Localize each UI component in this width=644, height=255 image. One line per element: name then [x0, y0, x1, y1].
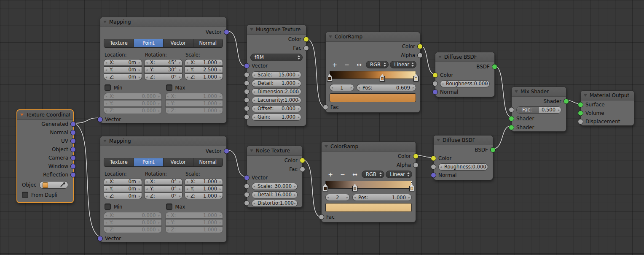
- socket-vector-out[interactable]: [224, 29, 229, 35]
- socket-vector-in[interactable]: [244, 175, 250, 181]
- node-header[interactable]: Texture Coordinate: [17, 110, 73, 120]
- location-y[interactable]: Y:0m: [104, 185, 142, 192]
- node-mapping-bottom[interactable]: Mapping Vector Texture Point Vector Norm…: [100, 136, 227, 242]
- node-header[interactable]: Mix Shader: [512, 87, 566, 97]
- socket-generated[interactable]: [70, 122, 76, 127]
- node-diffuse-bsdf-bottom[interactable]: Diffuse BSDF BSDF Color Roughness:0.000 …: [433, 135, 493, 180]
- add-stop-button[interactable]: +: [329, 61, 340, 68]
- stop-color-swatch[interactable]: [330, 93, 416, 102]
- socket-surface-in[interactable]: [578, 102, 583, 108]
- socket-offset-in[interactable]: [244, 106, 250, 111]
- socket-detail-in[interactable]: [244, 81, 250, 86]
- stop-position-field[interactable]: Pos:1.000: [352, 194, 412, 201]
- socket-shader-out[interactable]: [564, 98, 569, 104]
- stop-color-swatch[interactable]: [325, 203, 412, 212]
- roughness-slider[interactable]: Roughness:0.000: [438, 163, 488, 171]
- socket-normal[interactable]: [70, 130, 76, 136]
- socket-gain-in[interactable]: [244, 114, 250, 120]
- socket-detail-in[interactable]: [244, 192, 250, 198]
- node-mix-shader[interactable]: Mix Shader Shader Fac:0.500 Shader Shade…: [511, 87, 566, 132]
- tab-point[interactable]: Point: [134, 158, 164, 166]
- scale-y[interactable]: Y:1.000: [185, 185, 223, 192]
- lacunarity-slider[interactable]: Lacunarity:1.000: [252, 97, 301, 104]
- collapse-triangle-icon[interactable]: [20, 114, 24, 116]
- socket-vector-in[interactable]: [97, 117, 103, 122]
- socket-camera[interactable]: [70, 155, 76, 161]
- scale-x[interactable]: X:1.000: [185, 178, 223, 185]
- eyedropper-icon[interactable]: [60, 183, 64, 187]
- socket-scale-in[interactable]: [244, 184, 250, 189]
- interpolation-dropdown[interactable]: Linear: [386, 171, 412, 178]
- from-dupli-checkbox[interactable]: [22, 192, 28, 198]
- collapse-triangle-icon[interactable]: [103, 21, 107, 23]
- node-header[interactable]: Mapping: [100, 17, 226, 27]
- rotation-y[interactable]: Y:30°: [144, 66, 182, 73]
- node-header[interactable]: ColorRamp: [322, 142, 416, 152]
- socket-alpha-out[interactable]: [413, 162, 419, 168]
- node-editor-canvas[interactable]: Texture Coordinate Generated Normal UV O…: [0, 0, 644, 255]
- socket-shader2-in[interactable]: [509, 125, 514, 130]
- scale-z[interactable]: Z:1.000: [185, 73, 223, 80]
- offset-slider[interactable]: Offset:0.000: [252, 105, 301, 112]
- max-checkbox[interactable]: [166, 203, 172, 210]
- collapse-triangle-icon[interactable]: [438, 56, 442, 58]
- socket-dimension-in[interactable]: [244, 89, 250, 95]
- detail-slider[interactable]: Detail:16.000: [252, 191, 298, 198]
- socket-fac-out[interactable]: [300, 166, 305, 172]
- socket-volume-in[interactable]: [578, 111, 583, 116]
- rotation-z[interactable]: Z:0°: [144, 73, 182, 80]
- scale-y[interactable]: Y:2.500: [185, 66, 223, 73]
- collapse-triangle-icon[interactable]: [515, 90, 518, 93]
- node-header[interactable]: Material Output: [581, 91, 634, 100]
- tab-normal[interactable]: Normal: [193, 158, 223, 166]
- location-x[interactable]: X:0m: [104, 59, 142, 66]
- collapse-triangle-icon[interactable]: [250, 149, 253, 152]
- socket-object[interactable]: [70, 147, 76, 152]
- socket-displacement-in[interactable]: [578, 119, 583, 125]
- socket-lacunarity-in[interactable]: [244, 98, 250, 103]
- node-header[interactable]: ColorRamp: [326, 32, 420, 42]
- fac-slider[interactable]: Fac:0.500: [516, 106, 561, 114]
- rotation-x[interactable]: X:0°: [144, 178, 182, 185]
- rotation-y[interactable]: Y:0°: [144, 185, 182, 192]
- socket-window[interactable]: [70, 164, 76, 169]
- node-header[interactable]: Noise Texture: [247, 146, 302, 156]
- ramp-stop-0[interactable]: [323, 186, 328, 191]
- min-checkbox[interactable]: [105, 84, 111, 91]
- ramp-stop-1[interactable]: [352, 186, 357, 191]
- ramp-stop-1-selected[interactable]: [380, 76, 385, 81]
- remove-stop-button[interactable]: −: [337, 171, 348, 178]
- socket-vector-in[interactable]: [97, 236, 103, 241]
- socket-vector-out[interactable]: [224, 148, 229, 154]
- socket-vector-in[interactable]: [244, 63, 250, 69]
- flip-ramp-button[interactable]: ↔: [349, 171, 360, 178]
- node-header[interactable]: Mapping: [100, 136, 226, 146]
- node-header[interactable]: Diffuse BSDF: [434, 136, 493, 145]
- socket-bsdf-out[interactable]: [492, 64, 497, 69]
- location-y[interactable]: Y:0m: [104, 66, 142, 73]
- node-texture-coordinate[interactable]: Texture Coordinate Generated Normal UV O…: [16, 109, 74, 203]
- ramp-gradient[interactable]: [325, 181, 412, 189]
- tab-vector[interactable]: Vector: [164, 39, 193, 47]
- color-ramp[interactable]: [325, 181, 412, 192]
- location-z[interactable]: Z:0m: [104, 73, 142, 80]
- socket-color-in[interactable]: [432, 73, 438, 78]
- tab-vector[interactable]: Vector: [164, 158, 193, 166]
- gain-slider[interactable]: Gain:1.000: [252, 114, 301, 121]
- max-checkbox[interactable]: [166, 84, 172, 91]
- socket-color-out[interactable]: [300, 157, 305, 163]
- socket-distortion-in[interactable]: [244, 201, 250, 206]
- stop-position-field[interactable]: Pos:0.609: [357, 84, 416, 91]
- interpolation-dropdown[interactable]: Linear: [390, 61, 416, 68]
- collapse-triangle-icon[interactable]: [250, 28, 253, 31]
- scale-x[interactable]: X:1.000: [185, 59, 223, 66]
- ramp-stop-2-selected[interactable]: [409, 186, 414, 191]
- min-checkbox[interactable]: [105, 203, 111, 210]
- musgrave-type-dropdown[interactable]: fBM: [250, 54, 303, 61]
- collapse-triangle-icon[interactable]: [325, 145, 328, 148]
- node-header[interactable]: Musgrave Texture: [247, 25, 306, 35]
- tab-normal[interactable]: Normal: [193, 39, 223, 47]
- node-material-output[interactable]: Material Output Surface Volume Displacem…: [580, 90, 634, 126]
- tab-texture[interactable]: Texture: [104, 158, 134, 166]
- node-colorramp-top[interactable]: ColorRamp Color Alpha + − ↔ RGB Linear: [325, 32, 420, 113]
